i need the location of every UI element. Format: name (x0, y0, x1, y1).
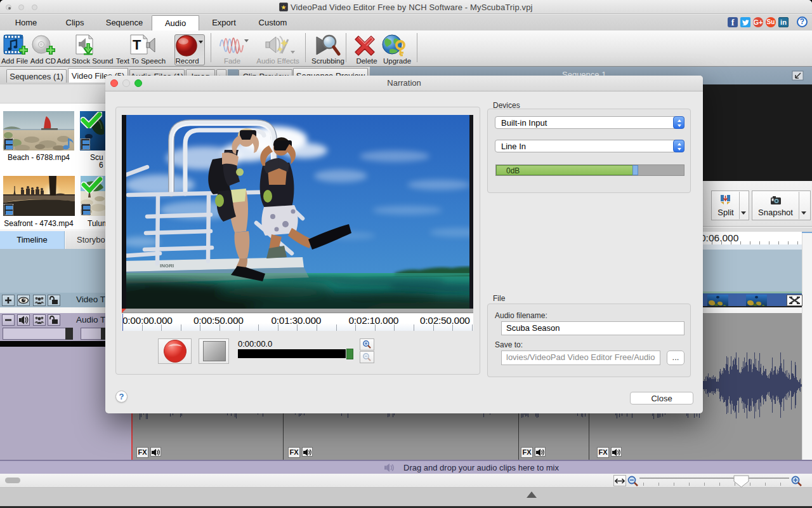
svg-text:T: T (133, 37, 141, 53)
svg-text:INGRI: INGRI (160, 263, 174, 269)
